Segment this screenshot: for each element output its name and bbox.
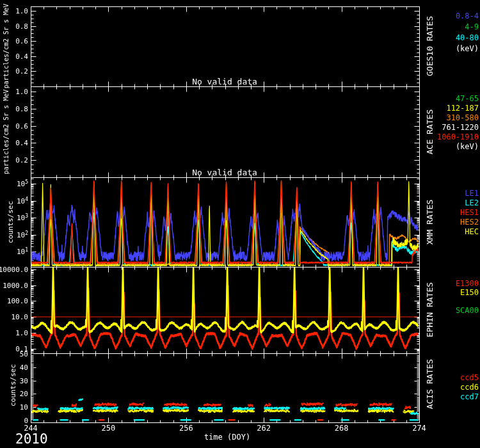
y-tick-label: 1.0 (15, 8, 28, 15)
legend-acis: ccd5ccd6ccd7 (460, 373, 479, 402)
legend-label: ccd6 (460, 383, 479, 392)
y-tick-label: 0 (24, 417, 28, 424)
legend-xmm: LE1LE2HES1HES2HEC (460, 189, 479, 237)
x-tick-label: 274 (412, 424, 426, 432)
y-tick-label: 0.4 (15, 140, 28, 147)
goes10-y-axis-title: particles/cm2 Sr s MeV (3, 4, 10, 88)
legend-label: E150 (456, 288, 479, 297)
legend-label: LE2 (460, 198, 479, 208)
legend-label: 0.8-4 (456, 11, 479, 22)
legend-label: 40-80 (456, 33, 479, 44)
goes10-no-data-text: No valid data (192, 77, 257, 86)
legend-label: 1060-1910 (437, 132, 479, 142)
legend-label: E1300 (456, 279, 479, 288)
y-tick-label: 1.0 (15, 330, 28, 337)
y-tick-label: 0.2 (15, 157, 28, 164)
x-tick-label: 256 (179, 424, 193, 432)
y-tick-label: 102 (17, 231, 28, 239)
ace-no-data-text: No valid data (192, 168, 257, 177)
legend-goes10: 0.8-44-940-80(keV) (456, 11, 479, 54)
legend-label: ccd5 (460, 373, 479, 383)
panel-title-ephin: EPHIN RATES (426, 282, 434, 337)
legend-label: (keV) (456, 44, 479, 54)
legend-label: LE1 (460, 189, 479, 198)
y-tick-label: 101 (17, 248, 28, 256)
y-tick-label: 100.0 (7, 298, 28, 305)
legend-label: SCA00 (456, 306, 479, 315)
legend-label: 310-580 (437, 113, 479, 123)
ace-y-axis-title: particles/cm2 Sr s MeV (3, 90, 10, 174)
y-tick-label: 40 (20, 364, 28, 371)
legend-label: HEC (460, 227, 479, 237)
y-tick-label: 0.6 (15, 38, 28, 45)
panel-title-goes10: GOES10 RATES (426, 16, 434, 76)
year-label: 2010 (15, 431, 48, 447)
y-tick-label: 20 (20, 390, 28, 397)
legend-label: 4-9 (456, 22, 479, 33)
legend-label: 47-65 (437, 94, 479, 104)
legend-ephin: E1300E150SCA00 (456, 279, 479, 315)
panel-title-xmm: XMM RATES (426, 200, 434, 244)
y-tick-label: 0.8 (15, 23, 28, 30)
y-tick-label: 0.2 (15, 68, 28, 75)
x-tick-label: 262 (257, 424, 271, 432)
y-tick-label: 1000.0 (3, 282, 28, 289)
x-axis-title: time (DOY) (204, 433, 250, 442)
legend-label: HES1 (460, 208, 479, 218)
y-tick-label: 30 (20, 378, 28, 385)
y-tick-label: 105 (17, 180, 28, 188)
radiation-summary-figure: 1.00.80.60.40.21.00.80.60.40.21051041031… (0, 0, 480, 448)
x-tick-label: 268 (335, 424, 349, 432)
y-tick-label: 10 (20, 404, 28, 411)
y-tick-label: 0.8 (15, 106, 28, 113)
y-tick-label: 104 (17, 197, 28, 205)
plot-canvas (0, 0, 480, 448)
y-tick-label: 103 (17, 214, 28, 222)
y-tick-label: 10.0 (12, 314, 29, 321)
acis-y-axis-title: counts/sec (10, 364, 17, 406)
y-tick-label: 0.4 (15, 53, 28, 60)
y-tick-label: 0.6 (15, 123, 28, 130)
y-tick-label: 10000.0 (0, 266, 28, 273)
panel-title-ace: ACE RATES (426, 109, 434, 154)
legend-label: 761-1220 (437, 123, 479, 132)
legend-label: ccd7 (460, 392, 479, 402)
panel-title-acis: ACIS RATES (426, 359, 434, 409)
legend-label: (keV) (437, 142, 479, 152)
legend-label: HES2 (460, 218, 479, 227)
x-tick-label: 250 (102, 424, 116, 432)
y-tick-label: 1.0 (15, 88, 28, 95)
legend-label: 112-187 (437, 104, 479, 113)
y-tick-label: 50 (20, 351, 28, 358)
xmm-y-axis-title: counts/sec (7, 201, 14, 243)
legend-ace: 47-65112-187310-580761-12201060-1910(keV… (437, 94, 479, 152)
